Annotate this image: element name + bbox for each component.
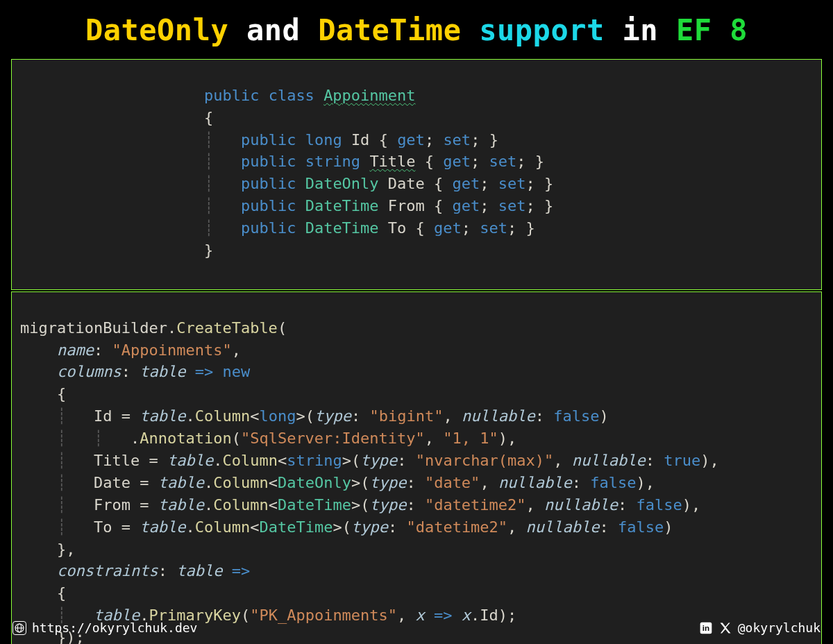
title-part-2: and [228,13,318,47]
page-title: DateOnly and DateTime support in EF 8 [0,0,833,58]
svg-text:in: in [702,623,709,632]
title-part-4: support [461,13,604,47]
linkedin-icon: in [699,621,713,635]
footer-url: https://okyrylchuk.dev [32,619,197,637]
code-panel-class: public class Appoinment { ┊ public long … [11,59,822,290]
title-part-5: in [605,13,676,47]
footer-left: https://okyrylchuk.dev [12,619,197,637]
code-block-1: public class Appoinment { ┊ public long … [20,85,813,262]
footer: https://okyrylchuk.dev in @okyrylchuk [12,619,821,637]
globe-icon [12,621,26,635]
footer-right: in @okyrylchuk [699,619,821,637]
title-part-3: DateTime [318,13,461,47]
footer-handle: @okyrylchuk [738,619,821,637]
code-block-2: migrationBuilder.CreateTable( name: "App… [20,317,813,644]
code-panel-migration: migrationBuilder.CreateTable( name: "App… [11,291,822,644]
x-icon [718,621,732,635]
title-part-1: DateOnly [85,13,228,47]
title-part-6: EF 8 [676,13,748,47]
